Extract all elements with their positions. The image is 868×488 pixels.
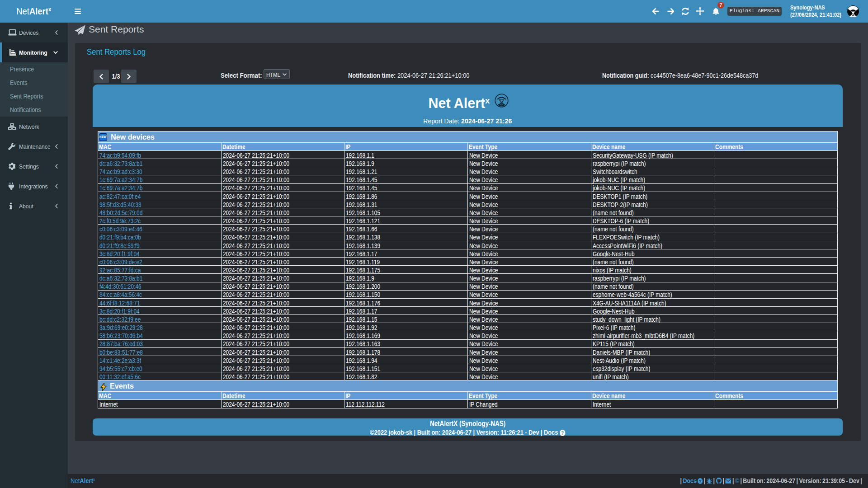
svg-text:?: ? bbox=[699, 479, 702, 483]
svg-text:?: ? bbox=[561, 430, 564, 436]
